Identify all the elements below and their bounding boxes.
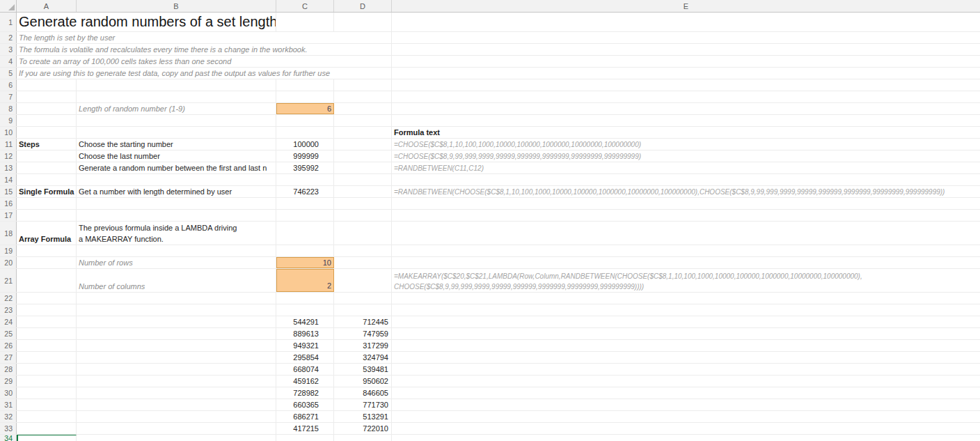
active-cell[interactable]	[17, 435, 77, 441]
array-output-cell[interactable]: 417215	[276, 423, 334, 434]
cell[interactable]	[276, 245, 334, 256]
row-header[interactable]: 34	[0, 435, 17, 441]
cell[interactable]	[392, 13, 980, 31]
cell[interactable]	[17, 316, 77, 327]
array-formula-description-cell[interactable]: The previous formula inside a LAMBDA dri…	[77, 222, 276, 245]
cell[interactable]	[17, 150, 77, 162]
cell[interactable]	[392, 68, 980, 79]
cell[interactable]	[77, 127, 276, 138]
row-header[interactable]: 5	[0, 68, 17, 79]
cell[interactable]	[392, 56, 980, 67]
cell[interactable]	[392, 340, 980, 351]
row-header[interactable]: 25	[0, 328, 17, 339]
cell[interactable]	[392, 257, 980, 268]
column-header-a[interactable]: A	[17, 0, 77, 12]
cell[interactable]	[77, 352, 276, 363]
cell[interactable]	[77, 91, 276, 102]
cell[interactable]	[392, 115, 980, 126]
array-output-cell[interactable]: 722010	[334, 423, 392, 434]
cell[interactable]	[392, 411, 980, 422]
cell[interactable]	[17, 328, 77, 339]
cell[interactable]	[17, 91, 77, 102]
formula-text-header-cell[interactable]: Formula text	[392, 127, 980, 138]
cell[interactable]	[77, 293, 276, 304]
row-header[interactable]: 15	[0, 186, 17, 197]
cell[interactable]	[17, 198, 77, 209]
cell[interactable]	[392, 387, 980, 399]
row-header[interactable]: 24	[0, 316, 17, 327]
row-header[interactable]: 4	[0, 56, 17, 67]
cell[interactable]	[334, 293, 392, 304]
step-label-cell[interactable]: Choose the starting number	[77, 139, 276, 150]
cell[interactable]	[276, 435, 334, 441]
array-output-cell[interactable]: 513291	[334, 411, 392, 422]
cell[interactable]	[276, 91, 334, 102]
array-output-cell[interactable]: 771730	[334, 399, 392, 410]
row-header[interactable]: 21	[0, 269, 17, 292]
cell[interactable]	[334, 210, 392, 221]
row-header[interactable]: 7	[0, 91, 17, 102]
array-output-cell[interactable]: 747959	[334, 328, 392, 339]
array-output-cell[interactable]: 660365	[276, 399, 334, 410]
cell[interactable]	[17, 423, 77, 434]
cell[interactable]	[392, 328, 980, 339]
cell[interactable]	[334, 174, 392, 185]
cell[interactable]	[334, 435, 392, 441]
cell[interactable]	[334, 186, 392, 197]
row-header[interactable]: 28	[0, 364, 17, 375]
array-output-cell[interactable]: 950602	[334, 376, 392, 387]
cell[interactable]	[17, 162, 77, 173]
row-header[interactable]: 13	[0, 162, 17, 173]
row-header[interactable]: 8	[0, 103, 17, 114]
cell[interactable]	[77, 210, 276, 221]
cell[interactable]	[77, 411, 276, 422]
array-output-cell[interactable]: 539481	[334, 364, 392, 375]
single-formula-formula-cell[interactable]: =RANDBETWEEN(CHOOSE($C$8,1,10,100,1000,1…	[392, 186, 980, 197]
cell[interactable]	[17, 387, 77, 399]
select-all-corner[interactable]	[0, 0, 17, 12]
columns-count-label-cell[interactable]: Number of columns	[77, 269, 276, 292]
cell[interactable]	[77, 376, 276, 387]
cell[interactable]	[334, 115, 392, 126]
cell[interactable]	[276, 79, 334, 91]
cell[interactable]	[334, 13, 392, 31]
array-formula-section-label-cell[interactable]: Array Formula	[17, 222, 77, 245]
cell[interactable]	[17, 411, 77, 422]
row-header[interactable]: 29	[0, 376, 17, 387]
cell[interactable]	[77, 435, 276, 441]
row-header[interactable]: 19	[0, 245, 17, 256]
row-header[interactable]: 33	[0, 423, 17, 434]
array-output-cell[interactable]: 324794	[334, 352, 392, 363]
steps-section-label-cell[interactable]: Steps	[17, 139, 77, 150]
cell[interactable]	[276, 13, 334, 31]
cell[interactable]	[334, 222, 392, 245]
cell[interactable]	[17, 103, 77, 114]
row-header[interactable]: 23	[0, 304, 17, 316]
cell[interactable]	[392, 210, 980, 221]
array-output-cell[interactable]: 889613	[276, 328, 334, 339]
array-output-cell[interactable]: 728982	[276, 387, 334, 399]
row-header[interactable]: 11	[0, 139, 17, 150]
cell[interactable]	[392, 293, 980, 304]
cell[interactable]	[17, 352, 77, 363]
array-output-cell[interactable]: 295854	[276, 352, 334, 363]
cell[interactable]	[17, 174, 77, 185]
cell[interactable]	[392, 364, 980, 375]
cell[interactable]	[77, 423, 276, 434]
cell[interactable]	[392, 399, 980, 410]
row-header[interactable]: 3	[0, 44, 17, 55]
cell[interactable]	[17, 79, 77, 91]
step-label-cell[interactable]: Choose the last number	[77, 150, 276, 162]
cell[interactable]	[334, 162, 392, 173]
cell[interactable]	[276, 198, 334, 209]
row-header[interactable]: 32	[0, 411, 17, 422]
single-formula-value-cell[interactable]: 746223	[276, 186, 334, 197]
note-cell[interactable]: The length is set by the user	[17, 32, 392, 43]
cell[interactable]	[77, 340, 276, 351]
input-length-value-cell[interactable]: 6	[276, 103, 334, 114]
column-header-e[interactable]: E	[392, 0, 980, 12]
row-header[interactable]: 17	[0, 210, 17, 221]
cell[interactable]	[334, 304, 392, 316]
cell[interactable]	[392, 32, 980, 43]
row-header[interactable]: 30	[0, 387, 17, 399]
